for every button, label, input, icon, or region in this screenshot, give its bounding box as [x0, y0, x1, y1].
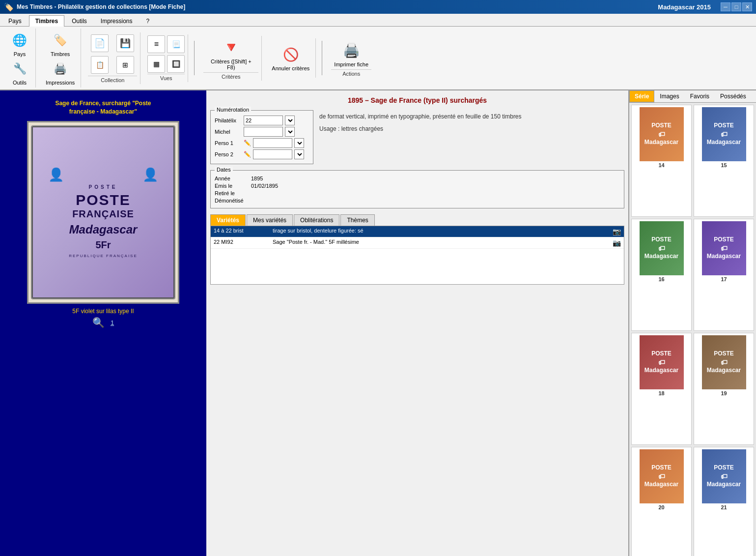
- camera-icon-0: 📷: [613, 228, 621, 235]
- title-bar-right-area: Madagascar 2015 ─ □ ✕: [658, 2, 752, 11]
- variete-row-0[interactable]: 14 à 22 brist tirage sur bristol, dentel…: [211, 226, 624, 237]
- perso2-row: Perso 2 ✏️ ▼: [215, 149, 309, 159]
- demonetise-label: Démonétisé: [215, 198, 249, 204]
- print-icon: 🖨️: [51, 59, 70, 79]
- stamp-francaise: FRANÇAISE: [72, 208, 134, 220]
- imprimer-fiche-button[interactable]: 🖨️ Imprimer fiche: [331, 40, 371, 68]
- perso1-input[interactable]: [253, 138, 292, 148]
- collection-col-2: 💾 ⊞: [113, 33, 137, 75]
- thumbnail-7[interactable]: POSTE🏷Madagascar 21: [694, 447, 754, 556]
- right-tab-favoris[interactable]: Favoris: [685, 90, 715, 102]
- thumb-number-7: 21: [721, 504, 727, 510]
- description-text1: de format vertical, imprimé en typograph…: [319, 112, 622, 121]
- figure-right: 👤: [142, 167, 158, 182]
- tab-varietes[interactable]: Variétés: [210, 214, 246, 226]
- thumbnail-6[interactable]: POSTE🏷Madagascar 20: [631, 447, 692, 556]
- stamp-denomination: 5Fr: [95, 239, 111, 251]
- tab-obliterations[interactable]: Oblitérations: [294, 214, 339, 226]
- vues-col-2: 📃 🔲: [167, 35, 185, 73]
- cancel-icon: 🚫: [281, 45, 301, 64]
- collection-btn-2[interactable]: 📋: [88, 55, 112, 75]
- thumb-img-7: POSTE🏷Madagascar: [702, 449, 746, 503]
- toolbar: 🌐 Pays 🔧 Outils 🏷️ Timbres 🖨️ Impression…: [0, 27, 756, 90]
- demonetise-row: Démonétisé: [215, 198, 620, 204]
- philatelix-input[interactable]: [244, 116, 283, 125]
- variete-col2-0: tirage sur bristol, dentelure figurée: s…: [273, 228, 611, 235]
- toolbar-outils-button[interactable]: 🔧 Outils: [7, 58, 32, 87]
- stamp-number[interactable]: 1: [111, 319, 114, 326]
- thumbnail-4[interactable]: POSTE🏷Madagascar 18: [631, 333, 692, 445]
- annee-value: 1895: [251, 176, 263, 181]
- annee-label: Année: [215, 176, 249, 181]
- thumb-img-1: POSTE🏷Madagascar: [702, 107, 746, 161]
- menu-tab-pays[interactable]: Pays: [2, 15, 28, 27]
- variete-row-1[interactable]: 22 MI92 Sage "Poste fr. - Mad." 5F millé…: [211, 237, 624, 249]
- vues-row: ≡ ▦ 📃 🔲: [147, 35, 185, 73]
- stamp-icon: 🏷️: [51, 30, 70, 50]
- annuler-criteres-button[interactable]: 🚫 Annuler critères: [269, 44, 312, 72]
- perso1-edit-icon[interactable]: ✏️: [244, 140, 251, 146]
- zoom-icon[interactable]: 🔍: [92, 317, 105, 328]
- collection-btn-4[interactable]: ⊞: [113, 55, 137, 75]
- perso1-dropdown[interactable]: ▼: [294, 138, 304, 148]
- variete-col2-1: Sage "Poste fr. - Mad." 5F millésime: [273, 239, 611, 247]
- perso2-input[interactable]: [253, 149, 292, 159]
- stamp-poste-grande: POSTE: [76, 192, 131, 208]
- menu-tab-impressions[interactable]: Impressions: [94, 15, 139, 27]
- toolbar-pays-button[interactable]: 🌐 Pays: [7, 29, 32, 58]
- toolbar-timbres-button[interactable]: 🏷️ Timbres: [48, 29, 73, 58]
- criteres-button[interactable]: 🔻 Critères ([Shift] + F8): [203, 37, 258, 71]
- series-title: 1895 – Sage de France (type II) surcharg…: [210, 94, 624, 106]
- tools-icon: 🔧: [10, 59, 29, 79]
- figure-left: 👤: [48, 167, 64, 182]
- perso2-edit-icon[interactable]: ✏️: [244, 151, 251, 158]
- collection-section-label: Collection: [88, 76, 137, 83]
- stamp-view-icon[interactable]: 🔲: [167, 55, 185, 73]
- right-tab-serie[interactable]: Série: [629, 90, 654, 102]
- retire-row: Retiré le: [215, 190, 620, 196]
- thumb-number-5: 19: [721, 390, 727, 396]
- stamp-title-line2: française - Madagascar": [69, 108, 137, 115]
- collection-btn-3[interactable]: 💾: [113, 33, 137, 53]
- vues-section-label: Vues: [147, 74, 185, 81]
- list-icon[interactable]: ≡: [147, 35, 165, 53]
- thumbnail-2[interactable]: POSTE🏷Madagascar 16: [631, 219, 692, 331]
- michel-input[interactable]: [244, 127, 283, 137]
- right-tab-images[interactable]: Images: [654, 90, 684, 102]
- thumbnail-0[interactable]: POSTE🏷Madagascar 14: [631, 105, 692, 217]
- tab-mes-varietes[interactable]: Mes variétés: [247, 214, 293, 226]
- menu-tab-help[interactable]: ?: [140, 15, 156, 27]
- thumb-img-3: POSTE🏷Madagascar: [702, 221, 746, 275]
- window-right-title: Madagascar 2015: [658, 3, 711, 11]
- stamp-figures-top: 👤 👤: [43, 167, 163, 182]
- thumbnail-5[interactable]: POSTE🏷Madagascar 19: [694, 333, 754, 445]
- dates-legend: Dates: [215, 167, 233, 173]
- toolbar-group-pays: 🌐 Pays 🔧 Outils: [4, 29, 36, 88]
- philatelix-dropdown[interactable]: ▼: [285, 116, 295, 125]
- thumbnail-3[interactable]: POSTE🏷Madagascar 17: [694, 219, 754, 331]
- right-panel: Série Images Favoris Possédés POSTE🏷Mada…: [628, 90, 756, 556]
- stamp-image: 👤 👤 POSTE POSTE FRANÇAISE Madagascar 5Fr…: [32, 126, 174, 298]
- maximize-button[interactable]: □: [731, 2, 741, 11]
- philatelix-label: Philatélix: [215, 117, 242, 123]
- menu-tab-timbres[interactable]: Timbres: [29, 15, 64, 27]
- toolbar-impressions-button[interactable]: 🖨️ Impressions: [43, 58, 78, 87]
- thumb-number-3: 17: [721, 276, 727, 282]
- michel-dropdown[interactable]: ▼: [285, 127, 295, 137]
- close-button[interactable]: ✕: [742, 2, 752, 11]
- minimize-button[interactable]: ─: [721, 2, 730, 11]
- detail-icon[interactable]: 📃: [167, 35, 185, 53]
- printer-icon: 🖨️: [341, 41, 361, 60]
- tab-buttons: Variétés Mes variétés Oblitérations Thèm…: [210, 214, 624, 226]
- usage-line: Usage : lettres chargées: [319, 124, 622, 134]
- grid-view-icon[interactable]: ▦: [147, 55, 165, 73]
- toolbar-separator-2: [322, 41, 322, 75]
- toolbar-group-actions: 🖨️ Imprimer fiche Actions: [328, 38, 374, 78]
- tab-themes[interactable]: Thèmes: [340, 214, 374, 226]
- collection-btn-1[interactable]: 📄: [88, 33, 112, 53]
- menu-tab-outils[interactable]: Outils: [65, 15, 93, 27]
- perso2-dropdown[interactable]: ▼: [294, 149, 304, 159]
- right-tab-possedes[interactable]: Possédés: [715, 90, 752, 102]
- thumbnail-1[interactable]: POSTE🏷Madagascar 15: [694, 105, 754, 217]
- stamp-inner: 👤 👤 POSTE POSTE FRANÇAISE Madagascar 5Fr…: [39, 134, 167, 291]
